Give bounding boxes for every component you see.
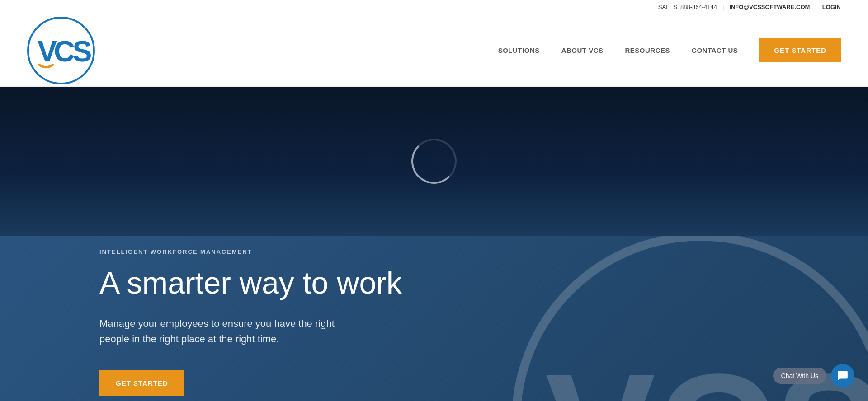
hero-cta-button[interactable]: GET STARTED: [99, 370, 184, 396]
svg-text:S: S: [73, 35, 92, 67]
svg-text:C: C: [54, 35, 75, 67]
sales-info: SALES: 888-864-4144: [658, 4, 717, 10]
hero-title: A smarter way to work: [99, 266, 416, 300]
nav-about[interactable]: ABOUT VCS: [561, 47, 604, 54]
separator-2: |: [815, 4, 816, 10]
chat-button[interactable]: [831, 364, 854, 387]
spinner-container: [411, 139, 457, 184]
logo-svg: V C S: [29, 17, 93, 84]
chat-widget: Chat With Us: [773, 364, 854, 387]
nav-resources[interactable]: RESOURCES: [625, 47, 670, 54]
chat-icon: [837, 370, 849, 382]
hero-dark-section: [0, 87, 868, 236]
logo-wrap[interactable]: V C S: [27, 17, 95, 84]
top-bar: SALES: 888-864-4144 | INFO@VCSSOFTWARE.C…: [0, 0, 868, 14]
header-cta-button[interactable]: GET STARTED: [760, 38, 841, 62]
login-link[interactable]: LOGIN: [822, 4, 841, 10]
logo-circle: V C S: [27, 17, 95, 84]
hero-label: INTELLIGENT WORKFORCE MANAGEMENT: [99, 248, 841, 255]
nav-solutions[interactable]: SOLUTIONS: [498, 47, 540, 54]
main-nav: SOLUTIONS ABOUT VCS RESOURCES CONTACT US…: [498, 38, 841, 62]
separator-1: |: [722, 4, 724, 10]
email-link[interactable]: INFO@VCSSOFTWARE.COM: [729, 4, 810, 10]
chat-label: Chat With Us: [773, 368, 826, 384]
loading-spinner: [411, 139, 457, 184]
hero-description: Manage your employees to ensure you have…: [99, 316, 335, 347]
site-header: V C S SOLUTIONS ABOUT VCS RESOURCES CONT…: [0, 14, 868, 87]
hero-blue-section: VCS INTELLIGENT WORKFORCE MANAGEMENT A s…: [0, 236, 868, 401]
nav-contact[interactable]: CONTACT US: [692, 47, 738, 54]
